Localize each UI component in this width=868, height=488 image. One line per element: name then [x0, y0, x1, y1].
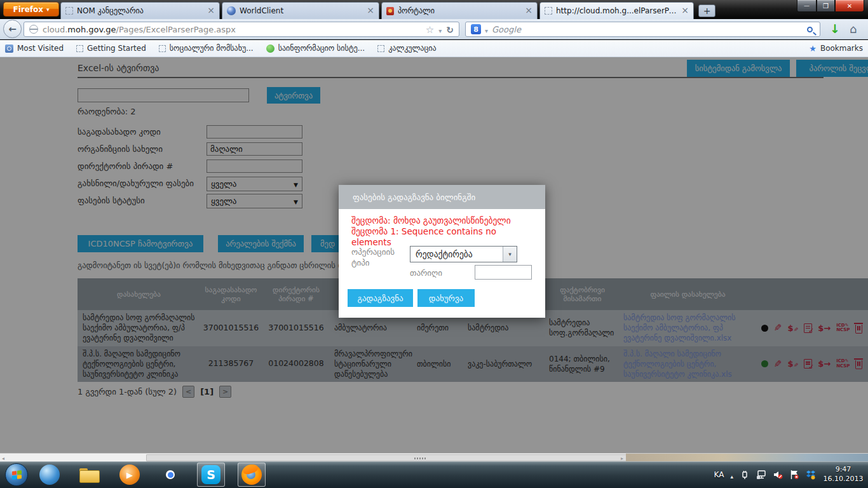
- navigation-toolbar: cloud.moh.gov.ge/Pages/ExcelParserPage.a…: [0, 19, 868, 39]
- downloads-icon[interactable]: [830, 22, 840, 36]
- scrollbar-thumb[interactable]: [146, 454, 693, 461]
- date-input[interactable]: [475, 265, 532, 280]
- window-titlebar: Firefox NOM კანცელარია WorldClient პორტა…: [0, 0, 868, 19]
- dialog-close-button[interactable]: დახურვა: [417, 289, 475, 307]
- search-engine-dropdown-icon[interactable]: [485, 24, 488, 36]
- most-visited-icon: [5, 44, 13, 53]
- bookmark-label: Getting Started: [87, 44, 146, 53]
- clock-time: 9:47: [822, 465, 864, 475]
- dialog-title: ფასების გადაგზავნა ბილინგში: [353, 193, 475, 202]
- select-value: რედაქტირება: [410, 249, 503, 259]
- scroll-right-icon[interactable]: [621, 456, 623, 461]
- taskbar: KA 9:47 16.10.2013: [0, 461, 868, 488]
- url-domain: moh.gov.ge: [67, 25, 116, 34]
- tab-portal[interactable]: პორტალი: [381, 2, 538, 19]
- show-hidden-icons-button[interactable]: [730, 469, 733, 481]
- placeholder-favicon: [65, 7, 73, 15]
- bookmark-label: საინფორმაციო სისტე...: [278, 44, 365, 53]
- tab-excel-parser-active[interactable]: http://cloud.moh.g...elParserPage.aspx: [539, 2, 694, 19]
- page-content: Excel-ის ატვირთვა სისტემიდან გამოსვლა პა…: [0, 57, 868, 453]
- url-prefix: cloud.: [43, 25, 67, 34]
- media-player-icon[interactable]: [119, 464, 140, 485]
- dialog-titlebar[interactable]: ფასების გადაგზავნა ბილინგში: [339, 185, 545, 209]
- search-bar[interactable]: [465, 22, 820, 37]
- bookmark-most-visited[interactable]: Most Visited: [5, 44, 64, 53]
- power-icon[interactable]: [740, 470, 750, 480]
- bookmark-info-system[interactable]: საინფორმაციო სისტე...: [266, 44, 365, 53]
- windows-logo-icon: [12, 470, 22, 480]
- action-center-flag-icon[interactable]: [789, 470, 799, 480]
- send-button[interactable]: გადაგზავნა: [348, 289, 413, 307]
- date-label: თარიღი: [410, 268, 442, 278]
- google-logo-icon[interactable]: [471, 24, 481, 34]
- error-message: შეცდომა: მოხდა გაუთვალისწინებელი შეცდომა…: [351, 215, 537, 248]
- placeholder-favicon: [159, 45, 166, 52]
- maximize-button[interactable]: [817, 0, 835, 12]
- horizontal-scrollbar[interactable]: [0, 453, 868, 461]
- bookmark-getting-started[interactable]: Getting Started: [76, 44, 146, 53]
- taskbar-clock[interactable]: 9:47 16.10.2013: [822, 465, 864, 484]
- minimize-button[interactable]: [797, 0, 817, 12]
- tab-title: http://cloud.moh.g...elParserPage.aspx: [556, 6, 677, 15]
- back-button[interactable]: [3, 20, 22, 38]
- url-path: /Pages/ExcelParserPage.aspx: [116, 25, 236, 34]
- green-app-favicon: [266, 44, 275, 53]
- screen: Firefox NOM კანცელარია WorldClient პორტა…: [0, 0, 868, 488]
- tab-close-icon[interactable]: [367, 7, 374, 15]
- close-button[interactable]: [835, 0, 864, 12]
- system-tray: KA 9:47 16.10.2013: [714, 461, 864, 488]
- url-dropdown-icon[interactable]: [438, 24, 442, 36]
- search-icon[interactable]: [807, 27, 813, 32]
- volume-muted-icon[interactable]: [773, 470, 783, 480]
- language-indicator[interactable]: KA: [714, 470, 724, 479]
- home-icon[interactable]: [850, 22, 857, 36]
- send-prices-dialog: ფასების გადაგზავნა ბილინგში შეცდომა: მოხ…: [339, 185, 545, 318]
- tab-worldclient[interactable]: WorldClient: [222, 2, 379, 19]
- bookmark-label: Most Visited: [17, 44, 64, 53]
- bookmark-calculation[interactable]: კალკულაცია: [377, 44, 436, 53]
- bookmarks-menu-label: Bookmarks: [820, 44, 863, 53]
- clock-date: 16.10.2013: [822, 475, 864, 484]
- tab-nom[interactable]: NOM კანცელარია: [60, 2, 220, 19]
- portal-favicon: [386, 7, 394, 15]
- dropbox-icon[interactable]: [806, 470, 816, 480]
- placeholder-favicon: [76, 45, 83, 52]
- window-controls: [797, 0, 864, 12]
- skype-taskbar-button[interactable]: [197, 463, 225, 487]
- start-button[interactable]: [5, 463, 28, 486]
- bookmarks-icon: [809, 44, 817, 53]
- globe-favicon: [227, 6, 236, 15]
- firefox-menu-button[interactable]: Firefox: [3, 2, 59, 17]
- bookmark-label: კალკულაცია: [388, 44, 436, 53]
- bookmark-label: სოციალური მომსახუ...: [170, 44, 254, 53]
- reload-icon[interactable]: [446, 24, 454, 36]
- firefox-menu-label: Firefox: [13, 5, 43, 14]
- operation-type-label: ოპერაციის ტიპი: [351, 247, 405, 269]
- tab-title: NOM კანცელარია: [77, 6, 203, 15]
- scrollbar-grip: [419, 458, 421, 459]
- network-icon[interactable]: [756, 470, 766, 480]
- chevron-down-icon[interactable]: [503, 247, 517, 262]
- placeholder-favicon: [545, 7, 552, 15]
- skype-icon: [201, 465, 220, 484]
- site-identity-icon[interactable]: [29, 25, 38, 34]
- firefox-icon: [241, 464, 262, 485]
- tab-title: WorldClient: [240, 6, 363, 15]
- tab-close-icon[interactable]: [525, 7, 532, 15]
- tab-title: პორტალი: [398, 6, 521, 15]
- scroll-left-icon[interactable]: [2, 456, 4, 461]
- url-text[interactable]: cloud.moh.gov.ge/Pages/ExcelParserPage.a…: [43, 25, 421, 34]
- bookmarks-toolbar: Most Visited Getting Started სოციალური მ…: [0, 40, 868, 57]
- search-input[interactable]: [492, 25, 803, 34]
- tab-close-icon[interactable]: [207, 7, 215, 15]
- bookmark-social-service[interactable]: სოციალური მომსახუ...: [159, 44, 254, 53]
- bookmarks-menu-button[interactable]: Bookmarks: [809, 44, 863, 53]
- placeholder-favicon: [377, 45, 384, 52]
- operation-type-select[interactable]: რედაქტირება: [410, 246, 517, 262]
- bookmark-star-icon[interactable]: [426, 24, 434, 36]
- tab-close-icon[interactable]: [681, 7, 689, 15]
- url-bar[interactable]: cloud.moh.gov.ge/Pages/ExcelParserPage.a…: [24, 22, 459, 37]
- taskbar-app-icon-1[interactable]: [39, 464, 60, 485]
- firefox-taskbar-button[interactable]: [238, 463, 266, 487]
- new-tab-button[interactable]: [698, 4, 715, 17]
